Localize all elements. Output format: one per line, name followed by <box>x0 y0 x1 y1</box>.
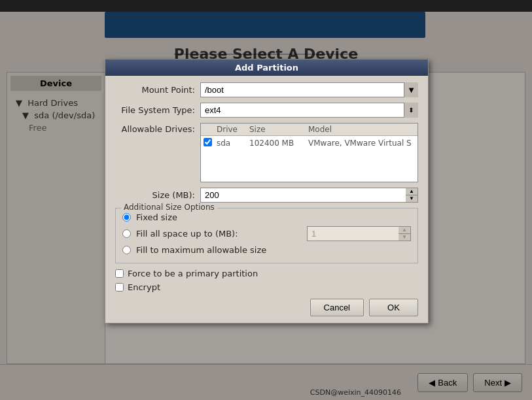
fixed-size-radio[interactable] <box>122 213 131 222</box>
size-input[interactable]: 200 <box>200 188 406 203</box>
fill-up-to-input-wrap: ▲ ▼ <box>307 226 411 241</box>
drives-header-size: Size <box>249 125 308 134</box>
fill-up-to-spinbox: ▲ ▼ <box>307 226 411 241</box>
size-spinbox: 200 ▲ ▼ <box>200 188 418 203</box>
mount-point-select[interactable]: /boot / /home /var swap <box>200 82 418 97</box>
drives-row-model: VMware, VMware Virtual S <box>308 139 415 148</box>
drives-header-drive: Drive <box>217 125 249 134</box>
encrypt-row: Encrypt <box>115 282 418 292</box>
fill-up-to-increment-button: ▲ <box>399 227 410 234</box>
fill-up-to-decrement-button: ▼ <box>399 234 410 241</box>
size-decrement-button[interactable]: ▼ <box>406 195 417 202</box>
filesystem-select[interactable]: ext4 ext3 ext2 xfs btrfs swap <box>200 103 418 118</box>
filesystem-control: ext4 ext3 ext2 xfs btrfs swap ⬍ <box>200 103 418 118</box>
size-control: 200 ▲ ▼ <box>200 188 418 203</box>
fixed-size-label: Fixed size <box>136 212 177 222</box>
fill-up-to-input <box>307 226 399 241</box>
fill-up-to-row: Fill all space up to (MB): ▲ ▼ <box>122 226 411 241</box>
size-increment-button[interactable]: ▲ <box>406 188 417 195</box>
drives-row-checkbox[interactable] <box>204 138 217 148</box>
force-primary-label: Force to be a primary partition <box>128 269 258 278</box>
mount-point-control: /boot / /home /var swap ▼ <box>200 82 418 97</box>
encrypt-label: Encrypt <box>128 282 160 292</box>
allowable-drives-section: Allowable Drives: Drive Size Model sda 1… <box>115 123 418 182</box>
mount-point-label: Mount Point: <box>115 85 200 95</box>
additional-size-options: Additional Size Options Fixed size Fill … <box>115 208 418 263</box>
fill-max-radio[interactable] <box>122 246 131 254</box>
fill-up-to-spinner-buttons: ▲ ▼ <box>399 226 411 241</box>
allowable-drives-label: Allowable Drives: <box>115 123 200 182</box>
add-partition-dialog: Add Partition Mount Point: /boot / /home… <box>105 59 429 324</box>
encrypt-checkbox[interactable] <box>115 283 124 292</box>
drives-header-radio <box>204 125 217 134</box>
table-row: sda 102400 MB VMware, VMware Virtual S <box>201 136 417 150</box>
fill-up-to-label: Fill all space up to (MB): <box>136 229 238 239</box>
dialog-body: Mount Point: /boot / /home /var swap ▼ F… <box>105 76 428 323</box>
dialog-titlebar: Add Partition <box>105 59 428 76</box>
drives-row-drive: sda <box>217 139 249 148</box>
fill-up-to-radio[interactable] <box>122 229 131 238</box>
ok-button[interactable]: OK <box>369 299 418 316</box>
force-primary-row: Force to be a primary partition <box>115 269 418 278</box>
drives-header-model: Model <box>308 125 415 134</box>
size-spinner-buttons: ▲ ▼ <box>406 188 418 203</box>
mount-point-row: Mount Point: /boot / /home /var swap ▼ <box>115 82 418 97</box>
size-row: Size (MB): 200 ▲ ▼ <box>115 188 418 203</box>
force-primary-checkbox[interactable] <box>115 269 124 278</box>
dialog-buttons: Cancel OK <box>115 299 418 316</box>
drives-table-body: sda 102400 MB VMware, VMware Virtual S <box>201 136 417 182</box>
fixed-size-row: Fixed size <box>122 212 411 222</box>
fill-max-label: Fill to maximum allowable size <box>136 245 266 255</box>
fill-max-row: Fill to maximum allowable size <box>122 245 411 255</box>
size-label: Size (MB): <box>115 190 200 200</box>
drives-row-size: 102400 MB <box>249 139 308 148</box>
cancel-button[interactable]: Cancel <box>310 299 364 316</box>
dialog-title: Add Partition <box>235 63 298 73</box>
ok-label: OK <box>387 303 400 312</box>
filesystem-label: File System Type: <box>115 105 200 115</box>
filesystem-row: File System Type: ext4 ext3 ext2 xfs btr… <box>115 103 418 118</box>
drives-table: Drive Size Model sda 102400 MB VMware, V… <box>200 123 418 182</box>
additional-size-options-legend: Additional Size Options <box>121 203 217 212</box>
cancel-label: Cancel <box>324 303 350 312</box>
drives-table-header: Drive Size Model <box>201 124 417 136</box>
